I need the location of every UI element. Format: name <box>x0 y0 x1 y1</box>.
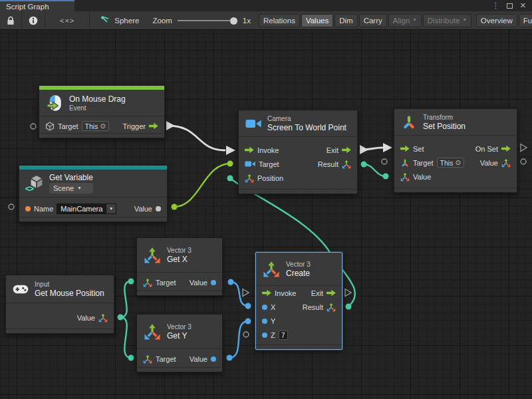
object-output-dot[interactable] <box>156 206 161 211</box>
node-header: Input Get Mouse Position <box>6 275 114 303</box>
wire-exit-to-set[interactable] <box>360 143 392 154</box>
value-port-label: Value <box>190 355 207 363</box>
float-input-dot[interactable] <box>262 305 267 310</box>
transform-port-icon[interactable] <box>400 158 410 168</box>
values-button[interactable]: Values <box>301 14 333 27</box>
float-output-dot[interactable] <box>211 280 216 285</box>
this-target-chip[interactable]: This⊙ <box>437 158 464 168</box>
kebab-menu-icon[interactable]: ⋮ <box>492 2 499 9</box>
vector3-port-icon[interactable] <box>342 160 351 169</box>
value-port-label: Value <box>134 205 152 213</box>
vector3-port-icon[interactable] <box>98 313 108 323</box>
lock-button[interactable] <box>0 11 22 29</box>
object-picker-icon: ⊙ <box>100 122 105 130</box>
control-output-arrow-icon[interactable] <box>501 145 511 152</box>
control-input-arrow-icon[interactable] <box>400 145 410 152</box>
tab-script-graph[interactable]: Script Graph <box>0 0 74 11</box>
chevron-down-icon: ▼ <box>412 18 416 23</box>
wire-trigger-to-invoke[interactable] <box>166 121 235 155</box>
node-on-mouse-drag[interactable]: On Mouse Drag Event Target This⊙ Trigger <box>39 85 165 138</box>
node-screen-to-world-point[interactable]: Camera Screen To World Point Invoke Exit… <box>238 110 358 194</box>
port-row: X Result <box>256 300 342 314</box>
node-get-variable[interactable]: <> Get Variable Scene▼ Name MainCamera ▼… <box>19 165 168 222</box>
vector3-port-icon[interactable] <box>143 354 152 364</box>
variable-scope-dropdown[interactable]: Scene▼ <box>49 183 93 194</box>
port-create-exit <box>345 289 351 297</box>
wire-mouse-position-to-get-y[interactable] <box>120 317 134 361</box>
set-port-label: Set <box>413 145 424 153</box>
position-port-label: Position <box>257 174 283 182</box>
variable-name-dropdown[interactable]: MainCamera ▼ <box>57 203 116 214</box>
node-get-mouse-position[interactable]: Input Get Mouse Position Value <box>5 275 114 334</box>
node-category: Camera <box>267 115 346 122</box>
dim-button[interactable]: Dim <box>334 14 357 27</box>
wire-get-x-to-create-x[interactable] <box>228 279 251 309</box>
carry-button[interactable]: Carry <box>359 14 387 27</box>
node-get-y[interactable]: Vector 3 Get Y Target Value <box>136 314 223 372</box>
float-input-dot[interactable] <box>262 332 267 338</box>
code-view-button[interactable]: <×> <box>45 11 90 29</box>
node-title: On Mouse Drag <box>69 94 126 104</box>
align-button[interactable]: Align▼ <box>388 14 422 27</box>
vector3-port-icon[interactable] <box>327 303 336 312</box>
port-row: Set On Set <box>394 142 517 156</box>
node-set-position[interactable]: Transform Set Position Set On Set Target… <box>394 108 517 193</box>
full-screen-button[interactable]: Full Screen <box>519 14 532 27</box>
zoom-slider-track <box>178 20 237 21</box>
port-row: Target This⊙ Value <box>394 156 517 170</box>
port-row: Target Result <box>239 157 357 171</box>
node-footer <box>137 291 222 295</box>
port-create-z <box>243 332 249 337</box>
zoom-control: Zoom 1x <box>146 16 257 25</box>
node-title: Get X <box>167 255 192 264</box>
graph-owner-breadcrumb[interactable]: Sphere <box>90 15 146 25</box>
overview-button[interactable]: Overview <box>476 14 517 27</box>
wire-get-y-to-create-y[interactable] <box>227 319 251 361</box>
wire-mouse-position-to-get-x[interactable] <box>118 279 134 321</box>
zoom-slider[interactable] <box>178 16 237 25</box>
zoom-slider-handle[interactable] <box>230 17 237 25</box>
float-output-dot[interactable] <box>211 356 216 362</box>
vector3-port-icon[interactable] <box>501 158 511 168</box>
vector3-port-icon[interactable] <box>400 172 410 182</box>
z-port-label: Z <box>271 331 275 339</box>
vector3-port-icon[interactable] <box>245 174 254 183</box>
float-input-dot[interactable] <box>262 319 267 324</box>
target-port-label: Target <box>156 279 176 287</box>
value-port-label: Value <box>190 279 207 287</box>
control-output-arrow-icon[interactable] <box>342 146 351 154</box>
vector3-port-icon[interactable] <box>143 278 152 287</box>
node-title: Get Mouse Position <box>35 289 104 298</box>
relations-button[interactable]: Relations <box>259 14 300 27</box>
control-output-arrow-icon[interactable] <box>149 122 158 130</box>
close-icon[interactable]: ✕ <box>520 2 526 9</box>
camera-port-icon[interactable] <box>245 160 255 168</box>
node-create-vector3[interactable]: Vector 3 Create Invoke Exit X Result <box>255 252 342 350</box>
node-title: Set Position <box>423 122 466 131</box>
control-input-arrow-icon[interactable] <box>262 289 271 297</box>
this-target-chip[interactable]: This⊙ <box>82 121 109 131</box>
node-get-x[interactable]: Vector 3 Get X Target Value <box>136 237 223 296</box>
code-view-icon: <×> <box>52 17 82 25</box>
port-row: Target This⊙ Trigger <box>39 119 164 133</box>
info-icon <box>29 16 38 25</box>
string-port-dot[interactable] <box>25 206 31 211</box>
node-header: Vector 3 Get X <box>137 238 222 273</box>
distribute-button[interactable]: Distribute▼ <box>423 14 471 27</box>
control-input-arrow-icon[interactable] <box>245 146 254 154</box>
info-button[interactable] <box>22 11 45 29</box>
script-graph-icon <box>100 15 110 25</box>
chevron-down-icon: ▼ <box>77 186 81 191</box>
control-output-arrow-icon[interactable] <box>327 289 336 297</box>
maximize-icon[interactable] <box>507 3 513 9</box>
vector3-icon <box>144 323 161 340</box>
node-header: Vector 3 Get Y <box>137 315 222 349</box>
port-row: Value <box>394 170 517 184</box>
wire-variable-to-camera-target[interactable] <box>172 161 233 210</box>
node-title: Get Variable <box>49 173 93 182</box>
port-on-set <box>521 144 527 152</box>
dropdown-button[interactable]: ▼ <box>106 203 116 214</box>
z-value-field[interactable]: 7 <box>279 331 288 340</box>
on-set-port-label: On Set <box>475 145 498 153</box>
node-category: Vector 3 <box>167 247 192 254</box>
